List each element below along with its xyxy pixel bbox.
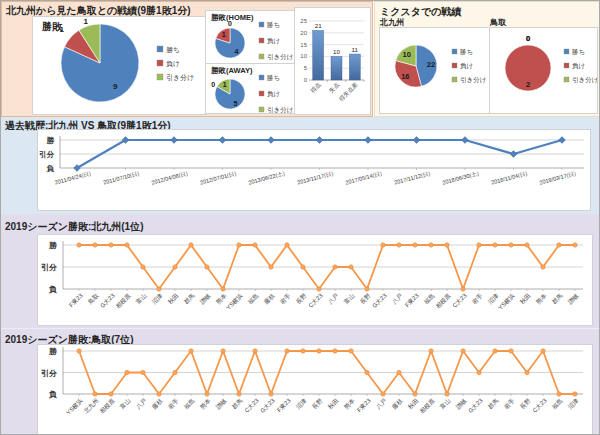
svg-text:2017/11/12(日): 2017/11/12(日) bbox=[394, 170, 431, 185]
svg-text:負け: 負け bbox=[460, 62, 473, 70]
svg-text:引き分け: 引き分け bbox=[267, 106, 293, 114]
goals-bar-chart: 051015202521得点10失点11得失点差 bbox=[295, 8, 370, 114]
svg-text:藤枝: 藤枝 bbox=[151, 397, 164, 410]
season-tottori-chartbox: 勝引分負YS横浜北九州相模原富山八戸藤枝岩手福島熊本讃岐群馬C大23G大23F東… bbox=[37, 344, 593, 435]
svg-text:2013/11/17(日): 2013/11/17(日) bbox=[297, 170, 334, 185]
section-past-results: 過去戦歴:北九州 VS 鳥取(9勝1敗1分) 勝引分負2011/04/24(日)… bbox=[1, 117, 600, 214]
home-record-pie-chart: 410勝ち負け引き分け bbox=[206, 11, 302, 63]
svg-text:25: 25 bbox=[300, 18, 307, 24]
section-kitakyushu-title: 2019シーズン勝敗:北九州(1位) bbox=[5, 220, 144, 234]
svg-text:八戸: 八戸 bbox=[326, 292, 339, 305]
svg-text:相模原: 相模原 bbox=[434, 292, 452, 310]
svg-text:相模原: 相模原 bbox=[114, 292, 132, 310]
svg-text:20: 20 bbox=[300, 30, 307, 36]
svg-text:沼津: 沼津 bbox=[566, 397, 580, 411]
svg-text:2017/05/14(日): 2017/05/14(日) bbox=[345, 170, 383, 185]
svg-text:C大23: C大23 bbox=[307, 291, 324, 308]
svg-text:F東23: F東23 bbox=[356, 397, 372, 413]
svg-text:讃岐: 讃岐 bbox=[566, 292, 580, 306]
svg-text:得失点差: 得失点差 bbox=[337, 81, 359, 103]
svg-text:1: 1 bbox=[83, 17, 88, 26]
svg-text:4: 4 bbox=[234, 48, 238, 55]
svg-text:秋田: 秋田 bbox=[167, 292, 180, 305]
svg-text:引き分け: 引き分け bbox=[572, 76, 597, 84]
away-record-panel: 勝敗(AWAY) 501勝ち負け引き分け bbox=[206, 63, 302, 114]
svg-text:10: 10 bbox=[333, 48, 340, 55]
svg-text:2012/04/08(日): 2012/04/08(日) bbox=[151, 170, 189, 185]
svg-text:引分: 引分 bbox=[39, 150, 55, 159]
svg-text:10: 10 bbox=[300, 53, 307, 59]
svg-text:岩手: 岩手 bbox=[166, 397, 180, 411]
svg-text:北九州: 北九州 bbox=[82, 397, 100, 415]
svg-text:負: 負 bbox=[48, 285, 57, 294]
svg-text:0: 0 bbox=[228, 20, 232, 27]
svg-text:岩手: 岩手 bbox=[470, 292, 484, 306]
svg-text:YS横浜: YS横浜 bbox=[497, 292, 515, 310]
svg-text:0: 0 bbox=[304, 77, 308, 83]
svg-text:2012/07/01(日): 2012/07/01(日) bbox=[199, 170, 237, 185]
svg-text:長野: 長野 bbox=[359, 292, 372, 305]
svg-text:負: 負 bbox=[46, 164, 55, 173]
svg-text:2018/11/04(日): 2018/11/04(日) bbox=[491, 170, 528, 185]
mikusta-chartbox: 221610勝ち負け引き分け 020勝ち負け引き分け bbox=[379, 27, 598, 114]
svg-text:富山: 富山 bbox=[118, 397, 132, 411]
svg-text:藤枝: 藤枝 bbox=[263, 292, 276, 305]
svg-text:16: 16 bbox=[401, 72, 409, 81]
svg-text:YS横浜: YS横浜 bbox=[65, 397, 83, 415]
svg-text:富山: 富山 bbox=[342, 292, 356, 306]
svg-text:讃岐: 讃岐 bbox=[454, 397, 468, 411]
svg-text:勝ち: 勝ち bbox=[571, 48, 585, 55]
svg-text:福島: 福島 bbox=[423, 292, 436, 305]
home-away-chartbox: 勝敗(HOME) 410勝ち負け引き分け 勝敗(AWAY) 501勝ち負け引き分… bbox=[205, 10, 303, 114]
svg-text:岩手: 岩手 bbox=[502, 397, 516, 411]
svg-text:熊本: 熊本 bbox=[215, 292, 228, 305]
svg-text:得点: 得点 bbox=[309, 81, 323, 95]
mikusta-tottori-panel: 020勝ち負け引き分け bbox=[489, 28, 597, 113]
section-head-to-head: 北九州から見た鳥取との戦績(9勝1敗1分) 勝敗 911勝ち負け引き分け 勝敗(… bbox=[1, 1, 373, 117]
svg-text:勝: 勝 bbox=[46, 136, 55, 145]
svg-text:C大23: C大23 bbox=[243, 396, 260, 413]
svg-text:F東23: F東23 bbox=[68, 292, 84, 308]
svg-text:F東23: F東23 bbox=[404, 292, 420, 308]
past-results-chartbox: 勝引分負2011/04/24(日)2011/07/10(日)2012/04/08… bbox=[37, 129, 591, 211]
svg-text:勝ち: 勝ち bbox=[166, 46, 180, 53]
svg-text:負け: 負け bbox=[572, 62, 585, 70]
svg-text:讃岐: 讃岐 bbox=[198, 292, 212, 306]
svg-text:C大23: C大23 bbox=[531, 396, 548, 413]
svg-text:負: 負 bbox=[48, 390, 57, 399]
svg-text:5: 5 bbox=[233, 100, 237, 107]
season-kitakyushu-chartbox: 勝引分負F東23鳥取G大23相模原富山沼津秋田群馬讃岐熊本YS横浜福島藤枝岩手長… bbox=[37, 234, 593, 326]
svg-text:福島: 福島 bbox=[183, 397, 196, 410]
svg-text:2: 2 bbox=[526, 80, 530, 89]
svg-text:長野: 長野 bbox=[295, 292, 308, 305]
overall-record-pie-chart: 911勝ち負け引き分け bbox=[33, 17, 206, 114]
section-season-tottori: 2019シーズン勝敗:鳥取(7位) 勝引分負YS横浜北九州相模原富山八戸藤枝岩手… bbox=[1, 328, 600, 435]
svg-text:F東23: F東23 bbox=[276, 397, 292, 413]
svg-text:2011/04/24(日): 2011/04/24(日) bbox=[54, 170, 91, 185]
svg-text:熊本: 熊本 bbox=[535, 292, 548, 305]
svg-text:負け: 負け bbox=[267, 90, 280, 98]
mikusta-kitakyushu-pie-chart: 221610勝ち負け引き分け bbox=[380, 28, 489, 113]
svg-text:群馬: 群馬 bbox=[486, 397, 500, 411]
svg-text:11: 11 bbox=[352, 46, 359, 53]
svg-text:1: 1 bbox=[222, 31, 226, 38]
svg-text:勝ち: 勝ち bbox=[266, 74, 280, 81]
svg-text:相模原: 相模原 bbox=[418, 397, 436, 415]
svg-text:G大23: G大23 bbox=[98, 291, 116, 309]
svg-text:1: 1 bbox=[223, 81, 227, 88]
svg-text:1: 1 bbox=[59, 25, 64, 34]
svg-text:引分: 引分 bbox=[41, 369, 58, 378]
section-season-kitakyushu: 2019シーズン勝敗:北九州(1位) 勝引分負F東23鳥取G大23相模原富山沼津… bbox=[1, 214, 600, 328]
svg-text:八戸: 八戸 bbox=[390, 292, 403, 305]
away-record-pie-chart: 501勝ち負け引き分け bbox=[206, 64, 302, 114]
svg-text:讃岐: 讃岐 bbox=[214, 397, 228, 411]
svg-text:G大23: G大23 bbox=[370, 291, 388, 309]
svg-text:岩手: 岩手 bbox=[278, 292, 292, 306]
svg-text:0: 0 bbox=[526, 34, 530, 43]
svg-text:2013/06/22(土): 2013/06/22(土) bbox=[248, 170, 286, 185]
svg-text:21: 21 bbox=[315, 22, 322, 29]
svg-text:引き分け: 引き分け bbox=[166, 74, 194, 82]
svg-text:0: 0 bbox=[211, 81, 215, 88]
svg-text:群馬: 群馬 bbox=[182, 292, 196, 306]
past-results-line-chart: 勝引分負2011/04/24(日)2011/07/10(日)2012/04/08… bbox=[38, 130, 590, 210]
